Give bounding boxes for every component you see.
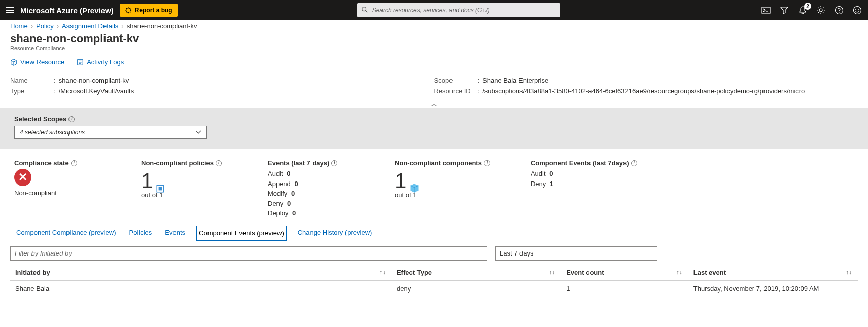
event-row: Append 0 [268,179,354,189]
bug-icon [125,7,132,14]
sort-icon: ↑↓ [549,269,555,276]
event-row: Audit 0 [268,169,354,179]
scopes-dropdown[interactable]: 4 selected subscriptions [14,126,207,139]
table-row[interactable]: Shane Baladeny1Thursday, November 7, 201… [10,280,858,297]
event-row: Modify 0 [268,189,354,199]
svg-point-18 [858,9,859,10]
tab-strip: Component Compliance (preview)PoliciesEv… [0,226,868,241]
sort-icon: ↑↓ [379,269,386,276]
svg-line-8 [126,12,126,12]
info-icon[interactable]: i [631,160,637,166]
log-icon [77,59,84,66]
info-icon[interactable]: i [68,116,75,122]
tab-component-compliance-preview-[interactable]: Component Compliance (preview) [14,226,118,241]
breadcrumb: Home › Policy › Assignment Details › sha… [0,20,868,32]
svg-line-7 [130,8,130,9]
top-bar: Microsoft Azure (Preview) Report a bug 2 [0,0,868,20]
svg-point-17 [855,9,856,10]
essentials-collapse-toggle[interactable]: ︽ [0,100,868,108]
notification-badge: 2 [804,3,811,10]
tab-change-history-preview-[interactable]: Change History (preview) [296,226,374,241]
component-events-7days-tile: Component Events (last 7days)i Audit 0De… [531,159,637,219]
essentials-section: Name : shane-non-compliant-kv Type : /Mi… [0,70,868,100]
tab-policies[interactable]: Policies [127,226,154,241]
breadcrumb-home[interactable]: Home [10,22,28,30]
page-title: shane-non-compliant-kv [10,32,858,45]
col-effect-type[interactable]: Effect Type↑↓ [392,265,561,281]
svg-rect-24 [159,187,162,191]
info-icon[interactable]: i [71,160,77,166]
noncompliant-policies-tile: Non-compliant policiesi 1 out of 1 [141,159,227,219]
scope-label: Scope [434,77,475,84]
event-row: Deny 1 [531,179,637,189]
cloud-shell-icon[interactable] [761,6,771,15]
type-label: Type [10,87,51,95]
svg-point-16 [854,7,861,14]
type-value: /Microsoft.KeyVault/vaults [59,87,134,95]
noncompliant-icon: ✕ [14,169,31,186]
col-last-event[interactable]: Last event↑↓ [688,265,858,281]
event-row: Deny 0 [268,199,354,209]
resource-id-label: Resource ID [434,87,475,95]
name-value: shane-non-compliant-kv [59,77,129,84]
selected-scopes-section: Selected Scopes i 4 selected subscriptio… [0,108,868,149]
sort-icon: ↑↓ [676,269,682,276]
global-search-input[interactable] [357,3,560,17]
notifications-icon[interactable]: 2 [798,6,807,15]
svg-line-5 [126,8,126,9]
resource-id-value: /subscriptions/4f3a88a1-3580-4102-a464-6… [482,87,805,95]
events-7days-tile: Events (last 7 days)i Audit 0Append 0Mod… [268,159,354,219]
col-event-count[interactable]: Event count↑↓ [561,265,688,281]
command-bar: View Resource Activity Logs [0,54,868,70]
hamburger-menu-icon[interactable] [6,7,14,13]
sort-icon: ↑↓ [846,269,852,276]
compliance-state-tile: Compliance statei ✕ Non-compliant [14,159,100,219]
brand-label: Microsoft Azure (Preview) [20,6,114,15]
cube-icon [10,59,17,66]
svg-point-9 [362,7,366,11]
breadcrumb-assignment-details[interactable]: Assignment Details [62,22,118,30]
view-resource-button[interactable]: View Resource [10,58,64,66]
event-row: Deploy 0 [268,208,354,219]
tab-events[interactable]: Events [163,226,187,241]
svg-line-6 [130,12,130,12]
scope-value: Shane Bala Enterprise [482,77,548,84]
selected-scopes-label: Selected Scopes [14,115,66,123]
directory-filter-icon[interactable] [780,6,789,15]
report-bug-button[interactable]: Report a bug [120,4,178,17]
svg-point-13 [819,9,822,12]
filter-initiated-by-input[interactable] [10,246,487,261]
breadcrumb-current: shane-non-compliant-kv [127,22,197,30]
svg-line-10 [365,11,367,13]
settings-gear-icon[interactable] [816,6,825,15]
svg-rect-11 [762,7,770,13]
noncompliant-components-tile: Non-compliant componentsi 1 out of 1 [395,159,490,219]
page-subtitle: Resource Compliance [10,45,858,51]
page-header: shane-non-compliant-kv Resource Complian… [0,32,868,54]
svg-point-15 [839,12,840,13]
activity-logs-button[interactable]: Activity Logs [77,58,124,66]
info-icon[interactable]: i [216,160,222,166]
filter-row: Last 7 days [0,241,868,263]
info-icon[interactable]: i [484,160,490,166]
search-icon [361,6,368,13]
help-icon[interactable] [835,6,844,15]
feedback-icon[interactable] [853,6,862,15]
event-row: Audit 0 [531,169,637,179]
compliance-tiles: Compliance statei ✕ Non-compliant Non-co… [0,149,868,223]
chevron-down-icon [195,130,201,134]
info-icon[interactable]: i [331,160,337,166]
events-table: Initiated by↑↓Effect Type↑↓Event count↑↓… [10,265,858,297]
tab-component-events-preview-[interactable]: Component Events (preview) [196,226,287,241]
timerange-dropdown[interactable]: Last 7 days [495,246,657,261]
name-label: Name [10,77,51,84]
col-initiated-by[interactable]: Initiated by↑↓ [10,265,392,281]
compliance-state-value: Non-compliant [14,189,100,197]
breadcrumb-policy[interactable]: Policy [36,22,54,30]
